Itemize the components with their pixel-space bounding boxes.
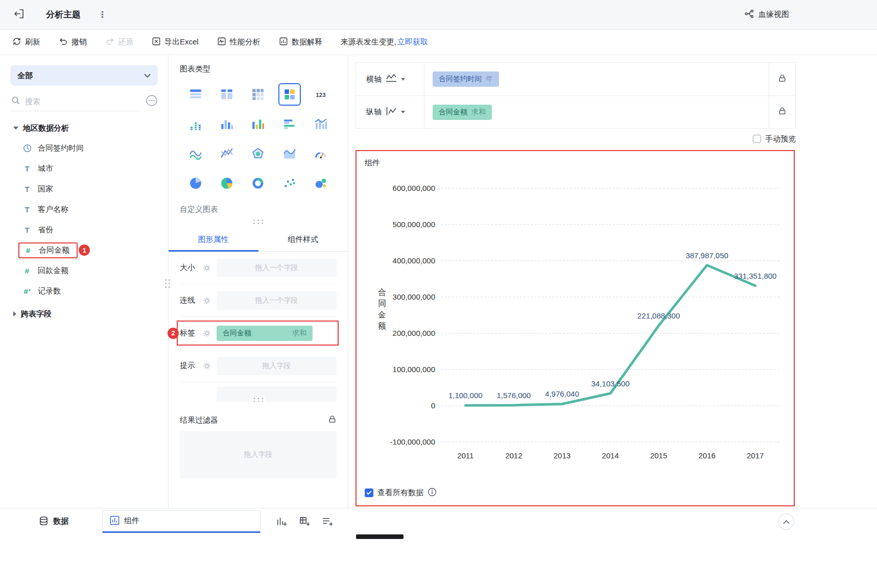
chart-type-bar-icon[interactable] [278, 113, 301, 135]
text-field-icon: T [22, 226, 32, 234]
data-view-tab[interactable]: 数据 [39, 516, 68, 527]
component-chart-area[interactable]: 组件 600,000,000500,000,000400,000,000300,… [355, 150, 795, 506]
chart-type-gauge-icon[interactable] [310, 142, 332, 165]
chart-type-multi-pie-icon[interactable] [216, 172, 238, 194]
chart-type-cross-table-icon[interactable] [247, 83, 269, 106]
field-city[interactable]: T 城市 [10, 158, 158, 179]
chart-type-column-icon[interactable] [216, 113, 238, 135]
field-record-count[interactable]: #* 记录数 [10, 281, 158, 301]
cropped-drop-zone[interactable] [217, 386, 337, 402]
chart-type-bubble-icon[interactable] [310, 172, 332, 194]
source-change-note: 来源表发生变更, 立即获取 [341, 37, 428, 47]
gear-icon[interactable] [203, 362, 210, 370]
tree-group-label: 地区数据分析 [23, 124, 69, 133]
table-selector-dropdown[interactable]: 全部 [10, 65, 158, 86]
x-axis-lock-button[interactable] [769, 63, 795, 95]
export-excel-button[interactable]: 导出Excel [152, 37, 199, 47]
field-customer-name[interactable]: T 客户名称 [10, 199, 158, 219]
chart-type-multi-column-icon[interactable] [247, 113, 269, 135]
field-tree: 地区数据分析 合同签约时间 T 城市 T 国家 T 客户名称 [10, 118, 158, 324]
chart-type-title: 图表类型 [180, 64, 337, 74]
title-more-icon[interactable]: ⋮ [98, 9, 107, 20]
tree-group-region-analysis[interactable]: 地区数据分析 [10, 118, 158, 138]
section-resize-handle[interactable] [253, 219, 263, 224]
export-excel-icon [152, 37, 161, 47]
gear-icon[interactable] [203, 330, 210, 337]
y-axis-label-cell[interactable]: 纵轴 [356, 96, 424, 128]
tooltip-drop-zone[interactable]: 拖入字段 [217, 357, 337, 375]
chart-type-scatter-icon[interactable] [278, 172, 301, 194]
y-axis-field-pill[interactable]: 合同金额 求和 [433, 105, 492, 120]
component-chart-icon [110, 516, 120, 527]
chevron-down-icon [401, 78, 405, 81]
manual-preview-checkbox[interactable] [753, 135, 761, 143]
info-icon[interactable] [428, 487, 437, 498]
data-explain-label: 数据解释 [292, 37, 322, 47]
gear-icon[interactable] [203, 264, 210, 272]
chart-type-line-icon[interactable] [216, 142, 238, 165]
field-contract-amount[interactable]: # 合同金额 1 [10, 240, 158, 260]
lineage-icon [744, 9, 754, 20]
lineage-label: 血缘视图 [759, 10, 789, 19]
chart-type-flow-icon[interactable] [184, 142, 207, 165]
field-province[interactable]: T 省份 [10, 219, 158, 240]
exit-button[interactable] [0, 8, 38, 21]
chart-type-area-icon[interactable] [278, 142, 301, 165]
chart-type-group-table-icon[interactable] [184, 83, 207, 106]
field-payment-amount[interactable]: # 回款金额 [10, 260, 158, 281]
undo-button[interactable]: 撤销 [59, 37, 87, 47]
redo-icon [105, 37, 114, 47]
get-now-link[interactable]: 立即获取 [397, 37, 428, 47]
chart-type-kpi-card-icon[interactable] [278, 83, 301, 106]
tab-component-style[interactable]: 组件样式 [258, 228, 348, 251]
line-chart: 600,000,000500,000,000400,000,000300,000… [365, 169, 788, 485]
view-all-data-checkbox[interactable] [365, 488, 373, 497]
field-label: 回款金额 [38, 266, 68, 276]
component-view-tab[interactable]: 组件 [102, 510, 260, 533]
taskbar-fragment [356, 534, 404, 539]
annotation-badge-2: 2 [168, 328, 179, 339]
refresh-icon [12, 37, 21, 47]
chart-type-dot-column-icon[interactable] [184, 113, 207, 135]
x-axis-field-pill[interactable]: 合同签约时间 年 [433, 71, 499, 87]
search-input[interactable] [24, 96, 139, 106]
line-drop-zone[interactable]: 拖入一个字段 [217, 291, 337, 310]
size-drop-zone[interactable]: 拖入一个字段 [217, 259, 337, 277]
svg-text:2017: 2017 [747, 451, 764, 460]
field-country[interactable]: T 国家 [10, 179, 158, 199]
redo-button[interactable]: 还原 [105, 37, 133, 47]
new-chart-component-icon[interactable] [276, 516, 287, 527]
result-filter-drop-zone[interactable]: 拖入字段 [180, 431, 337, 478]
chart-type-combo-icon[interactable] [310, 113, 332, 135]
chart-type-radar-icon[interactable] [247, 142, 269, 165]
performance-analysis-button[interactable]: 性能分析 [217, 37, 260, 47]
x-axis-label-cell[interactable]: 横轴 [356, 63, 424, 95]
new-table-component-icon[interactable] [299, 516, 310, 527]
x-axis-field-cell: 合同签约时间 年 [424, 71, 769, 87]
panel-resize-handle[interactable] [164, 278, 171, 289]
gear-icon[interactable] [203, 297, 210, 304]
label-field-pill[interactable]: 合同金额 求和 [217, 326, 313, 341]
drop-placeholder: 拖入一个字段 [255, 263, 298, 273]
section-resize-handle[interactable] [252, 397, 265, 402]
chart-type-pie-icon[interactable] [184, 172, 207, 194]
data-explain-button[interactable]: 数据解释 [279, 37, 322, 47]
y-axis-lock-button[interactable] [769, 96, 795, 128]
tree-group-cross-table[interactable]: 跨表字段 [10, 304, 158, 324]
new-filter-component-icon[interactable] [322, 516, 333, 527]
manual-preview-row: 手动预览 [355, 129, 796, 149]
field-contract-sign-time[interactable]: 合同签约时间 [10, 138, 158, 158]
chart-type-text-card-icon[interactable]: 123 [310, 83, 332, 106]
refresh-button[interactable]: 刷新 [12, 37, 40, 47]
drop-placeholder: 拖入字段 [244, 450, 273, 459]
collapse-panel-button[interactable] [778, 513, 794, 530]
more-options-icon[interactable] [146, 94, 158, 109]
lineage-view-button[interactable]: 血缘视图 [744, 9, 789, 20]
chart-type-grouped-table-icon[interactable] [216, 83, 238, 106]
tab-graphic-properties[interactable]: 图形属性 [169, 228, 258, 251]
lock-icon[interactable] [328, 415, 337, 426]
chart-type-donut-icon[interactable] [247, 172, 269, 194]
svg-text:331,351,800: 331,351,800 [734, 272, 776, 280]
svg-text:400,000,000: 400,000,000 [393, 256, 435, 265]
data-tab-label: 数据 [53, 517, 68, 526]
